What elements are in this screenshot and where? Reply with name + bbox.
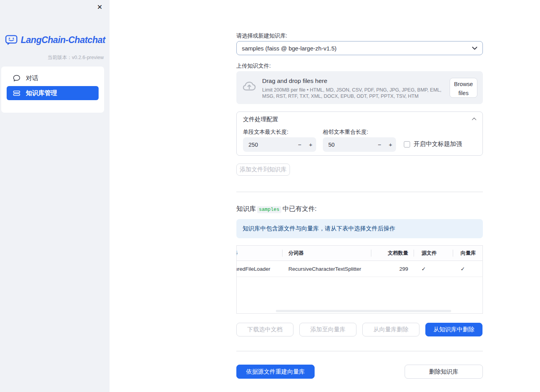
col-header-loader: 器	[237, 250, 282, 257]
horizontal-scrollbar[interactable]	[276, 310, 451, 312]
zh-title-enhance-checkbox[interactable]	[404, 141, 410, 147]
dropzone-text: Drag and drop files here Limit 200MB per…	[262, 77, 448, 99]
info-banner: 知识库中包含源文件与向量库，请从下表中选择文件后操作	[236, 219, 483, 238]
minus-stepper[interactable]: −	[374, 137, 385, 152]
chunk-size-input[interactable]: 250 − +	[243, 137, 316, 152]
sidebar-menu: 对话 知识库管理	[1, 67, 104, 113]
chat-bubble-icon	[13, 75, 20, 82]
overlap-size-input[interactable]: 50 − +	[323, 137, 396, 152]
kb-files-heading: 知识库samples中已有文件:	[236, 205, 317, 213]
browse-files-button[interactable]: Browse files	[450, 78, 477, 98]
table-header-row: 器 分词器 文档数量 源文件 向量库	[237, 246, 482, 261]
add-to-vector-store-button[interactable]: 添加至向量库	[299, 323, 356, 336]
expander-title: 文件处理配置	[243, 116, 278, 123]
file-dropzone[interactable]: Drag and drop files here Limit 200MB per…	[236, 71, 483, 104]
col-header-doc-count: 文档数量	[371, 250, 414, 257]
col-header-splitter: 分词器	[282, 250, 371, 257]
chunk-size-label: 单段文本最大长度:	[243, 129, 288, 136]
file-config-expander: 文件处理配置 单段文本最大长度: 相邻文本重合长度: 250 − + 50 − …	[236, 111, 483, 156]
cell-vector-store-check: ✓	[453, 266, 482, 272]
col-header-vector-store: 向量库	[453, 250, 482, 257]
cell-splitter: RecursiveCharacterTextSplitter	[282, 266, 371, 272]
divider	[236, 351, 483, 351]
rebuild-vector-store-button[interactable]: 依据源文件重建向量库	[236, 365, 315, 379]
sidebar-item-dialogue[interactable]: 对话	[7, 71, 99, 85]
kb-select-label: 请选择或新建知识库:	[236, 32, 287, 40]
sidebar-close-icon[interactable]: ✕	[95, 2, 104, 12]
chevron-up-icon	[472, 118, 476, 122]
cell-doc-count: 299	[371, 266, 414, 272]
expander-header[interactable]: 文件处理配置	[237, 112, 482, 127]
stack-icon	[13, 90, 20, 97]
chunk-size-value: 250	[248, 142, 258, 148]
file-action-buttons: 下载选中文档 添加至向量库 从向量库删除 从知识库中删除	[236, 323, 483, 336]
minus-stepper[interactable]: −	[294, 137, 305, 152]
dropzone-title: Drag and drop files here	[262, 77, 448, 85]
divider	[236, 192, 483, 192]
kb-select-dropdown[interactable]: samples (faiss @ bge-large-zh-v1.5)	[236, 41, 483, 55]
chevron-down-icon	[472, 47, 477, 50]
plus-stepper[interactable]: +	[305, 137, 316, 152]
download-selected-button[interactable]: 下载选中文档	[236, 323, 293, 336]
upload-label: 上传知识文件:	[236, 63, 271, 70]
sidebar-item-label: 知识库管理	[26, 89, 57, 97]
overlap-size-value: 50	[328, 142, 335, 148]
delete-from-vector-store-button[interactable]: 从向量库删除	[362, 323, 419, 336]
sidebar: ✕ LangChain-Chatchat 当前版本：v0.2.6-preview	[0, 0, 110, 392]
main-content: 请选择或新建知识库: samples (faiss @ bge-large-zh…	[236, 0, 483, 392]
plus-stepper[interactable]: +	[385, 137, 396, 152]
delete-from-kb-button[interactable]: 从知识库中删除	[425, 323, 482, 336]
version-text: 当前版本：v0.2.6-preview	[47, 54, 104, 61]
logo-chat-icon	[5, 34, 18, 45]
app-title: LangChain-Chatchat	[21, 35, 105, 45]
cell-loader: uredFileLoader	[237, 266, 282, 272]
cloud-upload-icon	[243, 81, 256, 91]
sidebar-item-kb-management[interactable]: 知识库管理	[7, 86, 99, 100]
info-text: 知识库中包含源文件与向量库，请从下表中选择文件后操作	[243, 225, 395, 232]
col-header-source-file: 源文件	[414, 250, 453, 257]
cell-source-file-check: ✓	[414, 266, 453, 272]
sidebar-item-label: 对话	[26, 74, 38, 83]
delete-kb-button[interactable]: 删除知识库	[405, 365, 483, 379]
app-window: ✕ LangChain-Chatchat 当前版本：v0.2.6-preview	[0, 0, 540, 392]
kb-select-value: samples (faiss @ bge-large-zh-v1.5)	[242, 45, 337, 52]
table-row[interactable]: uredFileLoader RecursiveCharacterTextSpl…	[237, 261, 482, 277]
kb-name-code: samples	[257, 206, 282, 213]
add-files-to-kb-button[interactable]: 添加文件到知识库	[236, 164, 290, 176]
zh-title-enhance-option: 开启中文标题加强	[404, 140, 462, 148]
dropzone-limit-text: Limit 200MB per file • HTML, MD, JSON, C…	[262, 87, 448, 99]
overlap-size-label: 相邻文本重合长度:	[323, 129, 368, 136]
kb-files-table[interactable]: 器 分词器 文档数量 源文件 向量库 uredFileLoader Recurs…	[236, 245, 483, 314]
app-logo: LangChain-Chatchat	[5, 34, 105, 45]
zh-title-enhance-label: 开启中文标题加强	[414, 140, 462, 148]
